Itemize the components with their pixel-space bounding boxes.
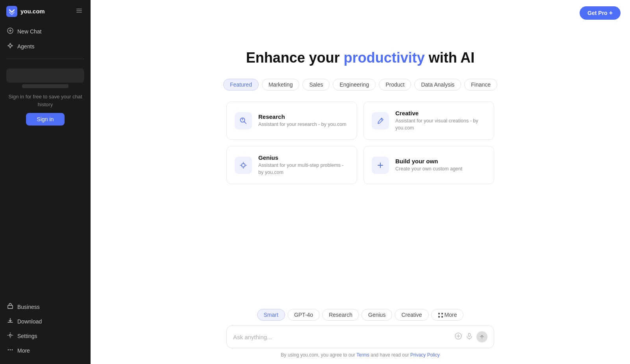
get-pro-label: Get Pro xyxy=(587,10,608,16)
svg-rect-21 xyxy=(242,164,245,167)
microphone-icon[interactable] xyxy=(465,332,473,342)
category-filter-tabs: FeaturedMarketingSalesEngineeringProduct… xyxy=(223,79,497,91)
svg-point-10 xyxy=(8,45,9,46)
sidebar-item-business[interactable]: Business xyxy=(3,299,87,314)
sidebar-item-more[interactable]: More xyxy=(3,343,87,358)
svg-point-14 xyxy=(8,349,9,351)
svg-point-13 xyxy=(9,334,11,336)
filter-tab-finance[interactable]: Finance xyxy=(464,79,497,91)
svg-rect-1 xyxy=(76,9,82,9)
attach-icon[interactable] xyxy=(454,332,462,342)
sidebar-header: you.com xyxy=(0,0,91,22)
agent-name: Research xyxy=(258,113,346,120)
agent-desc: Assistant for your research - by you.com xyxy=(258,121,346,128)
get-pro-plus-icon: + xyxy=(609,9,613,17)
logo-text: you.com xyxy=(20,8,45,15)
agent-card-research[interactable]: Research Assistant for your research - b… xyxy=(226,102,357,140)
footer-text: By using you.com, you agree to our Terms… xyxy=(281,352,439,358)
toggle-icon xyxy=(76,7,83,14)
filter-tab-featured[interactable]: Featured xyxy=(223,79,259,91)
svg-rect-29 xyxy=(441,313,443,314)
main-header: Get Pro + xyxy=(91,0,630,26)
sidebar-item-settings[interactable]: Settings xyxy=(3,329,87,343)
sidebar-item-new-chat-label: New Chat xyxy=(17,28,41,35)
sign-in-button[interactable]: Sign in xyxy=(26,113,65,126)
filter-tab-engineering[interactable]: Engineering xyxy=(333,79,376,91)
svg-rect-35 xyxy=(469,333,471,336)
headline-prefix: Enhance your xyxy=(246,50,344,66)
agent-icon xyxy=(372,112,389,129)
agents-icon xyxy=(7,42,13,50)
svg-rect-30 xyxy=(438,316,440,318)
logo-area: you.com xyxy=(6,6,45,17)
agent-info: Genius Assistant for your multi-step pro… xyxy=(258,154,349,176)
mode-tab-creative[interactable]: Creative xyxy=(395,309,428,321)
agent-card-build-your-own[interactable]: Build your own Create your own custom ag… xyxy=(363,146,494,184)
svg-point-7 xyxy=(9,44,11,47)
sidebar-item-agents[interactable]: Agents xyxy=(3,39,87,54)
svg-rect-0 xyxy=(6,6,17,17)
history-placeholder-line xyxy=(22,84,69,88)
agent-desc: Assistant for your multi-step problems -… xyxy=(258,162,349,176)
sidebar: you.com New Chat xyxy=(0,0,91,364)
mode-tabs: SmartGPT-4oResearchGeniusCreativeMore xyxy=(257,309,464,321)
sidebar-toggle-button[interactable] xyxy=(74,6,84,17)
sidebar-bottom-nav: Business Download Settings xyxy=(0,296,91,364)
chat-input-wrapper xyxy=(226,325,494,348)
mode-tab-smart[interactable]: Smart xyxy=(257,309,285,321)
agent-icon xyxy=(235,112,252,129)
filter-tab-product[interactable]: Product xyxy=(379,79,411,91)
more-icon xyxy=(7,347,13,354)
agent-name: Creative xyxy=(395,110,486,116)
privacy-policy-link[interactable]: Privacy Policy xyxy=(410,352,440,358)
svg-line-18 xyxy=(244,122,246,124)
footer-prefix: By using you.com, you agree to our xyxy=(281,352,356,358)
filter-tab-marketing[interactable]: Marketing xyxy=(262,79,299,91)
mode-tab-more[interactable]: More xyxy=(431,309,464,321)
sidebar-item-settings-label: Settings xyxy=(17,333,37,339)
agent-info: Build your own Create your own custom ag… xyxy=(395,158,462,173)
sidebar-middle: Sign in for free to save your chat histo… xyxy=(0,62,91,296)
mode-tab-genius[interactable]: Genius xyxy=(361,309,392,321)
chat-input[interactable] xyxy=(233,334,451,340)
main-content: Get Pro + Enhance your productivity with… xyxy=(91,0,630,364)
agent-card-creative[interactable]: Creative Assistant for your visual creat… xyxy=(363,102,494,140)
filter-tab-sales[interactable]: Sales xyxy=(302,79,330,91)
mode-tab-research[interactable]: Research xyxy=(322,309,359,321)
you-com-logo-icon xyxy=(6,6,17,17)
agent-card-genius[interactable]: Genius Assistant for your multi-step pro… xyxy=(226,146,357,184)
agent-name: Genius xyxy=(258,154,349,161)
agent-name: Build your own xyxy=(395,158,462,164)
filter-tab-data-analysis[interactable]: Data Analysis xyxy=(414,79,461,91)
svg-point-16 xyxy=(12,349,13,351)
agent-info: Creative Assistant for your visual creat… xyxy=(395,110,486,131)
svg-line-20 xyxy=(381,119,382,120)
sidebar-item-new-chat[interactable]: New Chat xyxy=(3,24,87,39)
settings-icon xyxy=(7,332,13,340)
sign-in-prompt-text: Sign in for free to save your chat histo… xyxy=(6,93,84,108)
history-placeholder xyxy=(6,68,84,83)
sidebar-item-download[interactable]: Download xyxy=(3,314,87,329)
mode-tab-gpt-4o[interactable]: GPT-4o xyxy=(287,309,320,321)
chat-bottom-area: SmartGPT-4oResearchGeniusCreativeMore xyxy=(91,309,630,364)
new-chat-icon xyxy=(7,28,13,35)
agents-grid: Research Assistant for your research - b… xyxy=(226,102,494,184)
sidebar-divider xyxy=(6,59,84,59)
send-icon[interactable] xyxy=(476,331,487,342)
get-pro-button[interactable]: Get Pro + xyxy=(580,6,621,20)
svg-rect-12 xyxy=(8,305,13,309)
agent-icon xyxy=(372,157,389,174)
footer-mid: and have read our xyxy=(369,352,410,358)
svg-rect-3 xyxy=(76,12,82,13)
headline-accent: productivity xyxy=(344,50,425,66)
svg-point-15 xyxy=(10,349,11,351)
svg-rect-31 xyxy=(441,316,443,318)
sidebar-item-more-label: More xyxy=(17,347,30,354)
svg-point-9 xyxy=(10,47,11,48)
page-headline: Enhance your productivity with AI xyxy=(246,50,475,66)
svg-point-11 xyxy=(12,45,13,46)
agent-info: Research Assistant for your research - b… xyxy=(258,113,346,128)
terms-link[interactable]: Terms xyxy=(356,352,369,358)
agent-desc: Assistant for your visual creations - by… xyxy=(395,118,486,131)
svg-rect-2 xyxy=(76,10,82,11)
